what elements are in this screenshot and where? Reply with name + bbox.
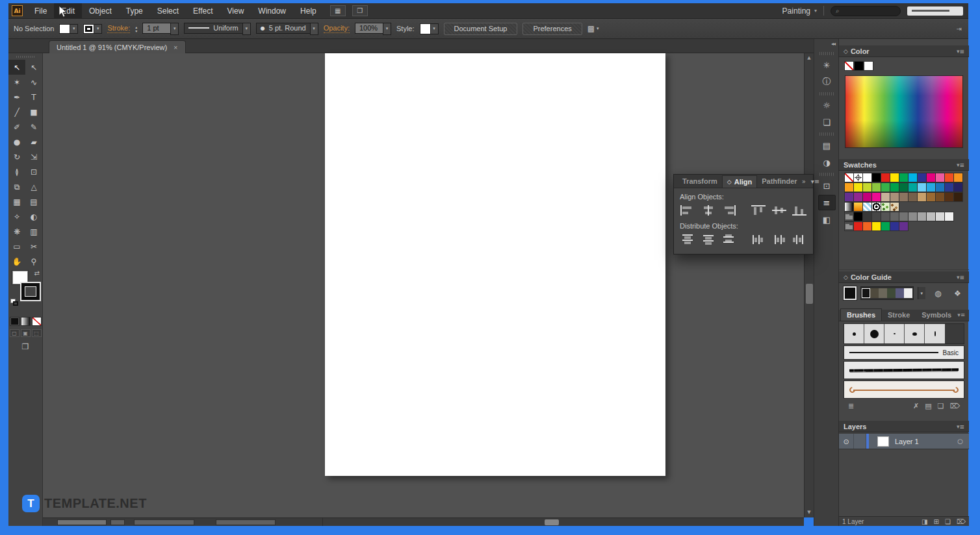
color-guide-swatch[interactable] (904, 288, 912, 298)
rectangle-tool[interactable]: ■ (25, 105, 42, 119)
gradient-tool[interactable]: ▤ (25, 194, 42, 209)
swatch-folder[interactable] (845, 212, 853, 221)
color-swatch[interactable] (881, 222, 890, 230)
default-fill-stroke-icon[interactable] (10, 299, 19, 306)
color-swatch[interactable] (899, 212, 908, 221)
opacity-field[interactable]: 100% (355, 23, 383, 34)
stroke-proxy[interactable] (21, 283, 40, 300)
color-swatch[interactable] (945, 183, 953, 192)
appearance-panel-icon[interactable]: ☼ (818, 97, 836, 113)
layer-target-icon[interactable]: ○ (957, 438, 963, 445)
tab-brushes[interactable]: Brushes (840, 308, 882, 321)
color-swatch[interactable] (845, 183, 853, 192)
color-swatch[interactable] (890, 173, 899, 182)
scale-tool[interactable]: ⇲ (25, 149, 42, 164)
make-clipping-mask-icon[interactable]: ◨ (922, 518, 927, 525)
swatch-p1[interactable] (863, 203, 871, 211)
none-mode-button[interactable] (32, 317, 42, 326)
color-guide-swatch[interactable] (870, 288, 879, 298)
vertical-distribute-bottom-button[interactable] (721, 233, 736, 246)
color-swatch[interactable] (954, 183, 962, 192)
blend-tool[interactable]: ◐ (25, 209, 42, 224)
preferences-button[interactable]: Preferences (522, 23, 582, 35)
arrange-documents-icon[interactable]: ❐ (352, 5, 368, 16)
expand-panel-icon[interactable]: » (802, 178, 806, 185)
stroke-weight-dropdown[interactable]: ▾ (170, 23, 179, 35)
color-swatch[interactable] (863, 222, 871, 230)
swatch-p3[interactable] (890, 203, 899, 211)
panel-menu-icon[interactable]: ▾≡ (957, 162, 964, 168)
column-graph-tool[interactable]: ▥ (25, 224, 42, 239)
artboard-nav-arrows[interactable] (216, 519, 276, 525)
color-swatch[interactable] (872, 212, 881, 221)
layer-thumbnail[interactable] (877, 436, 889, 447)
color-swatch[interactable] (918, 193, 926, 201)
new-layer-icon[interactable]: ❏ (945, 518, 951, 525)
swatch-none[interactable] (845, 62, 853, 70)
vertical-align-top-button[interactable] (751, 204, 766, 217)
menu-type[interactable]: Type (119, 3, 150, 18)
tab-symbols[interactable]: Symbols (916, 309, 957, 321)
menu-file[interactable]: File (27, 3, 54, 18)
blob-brush-tool[interactable]: ● (8, 134, 25, 149)
menu-select[interactable]: Select (150, 3, 186, 18)
gradient-mode-button[interactable] (21, 317, 31, 326)
color-swatch[interactable] (899, 193, 908, 201)
direct-selection-tool[interactable]: ↖ (25, 60, 42, 75)
lasso-tool[interactable]: ∿ (25, 75, 42, 90)
recolor-artwork-button[interactable]: ▩ ▾ (587, 24, 599, 33)
document-tab[interactable]: Untitled 1 @ 91% (CMYK/Preview) × (49, 40, 186, 53)
free-transform-tool[interactable]: ⊡ (25, 164, 42, 179)
color-swatch[interactable] (909, 183, 917, 192)
graphic-styles-panel-icon[interactable]: ❏ (818, 114, 836, 130)
control-bar-menu-icon[interactable]: ⇥ (957, 25, 963, 32)
tab-transform[interactable]: Transform (678, 175, 722, 187)
vertical-scrollbar[interactable]: ▲ ▼ (804, 53, 814, 517)
color-swatch[interactable] (945, 193, 953, 201)
base-color-swatch[interactable] (844, 286, 857, 300)
draw-behind-button[interactable]: ▣ (21, 329, 31, 337)
color-swatch[interactable] (936, 193, 944, 201)
color-swatch[interactable] (881, 173, 890, 182)
color-swatch[interactable] (872, 173, 881, 182)
color-swatch[interactable] (927, 183, 935, 192)
scroll-down-icon[interactable]: ▼ (805, 508, 814, 517)
swatch-g2[interactable] (854, 203, 862, 211)
brush-definition-dropdown[interactable]: ▾ (310, 23, 318, 35)
color-swatch[interactable] (854, 222, 862, 230)
color-swatch[interactable] (845, 193, 853, 201)
style-swatch[interactable] (420, 23, 431, 34)
shape-builder-tool[interactable]: ⧉ (8, 179, 25, 194)
type-tool[interactable]: T (25, 90, 42, 105)
calligraphic-brush[interactable] (925, 324, 945, 343)
bridge-icon[interactable]: ▦ (330, 5, 346, 16)
color-swatch[interactable] (854, 193, 862, 201)
remove-brush-stroke-icon[interactable]: ✗ (913, 402, 919, 410)
calligraphic-brush[interactable] (905, 324, 925, 343)
color-swatch[interactable] (881, 183, 890, 192)
swatch-folder[interactable] (845, 222, 853, 230)
lock-toggle-cell[interactable] (854, 434, 866, 449)
color-swatch[interactable] (863, 183, 871, 192)
color-swatch[interactable] (890, 183, 899, 192)
color-swatch[interactable] (945, 212, 953, 221)
swatch-g1[interactable] (845, 203, 853, 211)
collapse-panels-icon[interactable]: ◂◂ (831, 41, 835, 47)
color-swatch[interactable] (909, 173, 917, 182)
vertical-distribute-top-button[interactable] (680, 233, 695, 246)
perspective-grid-tool[interactable]: △ (25, 179, 42, 194)
opacity-panel-link[interactable]: Opacity: (324, 24, 350, 33)
draw-inside-button[interactable]: ⬚ (32, 329, 42, 337)
vertical-distribute-center-button[interactable] (701, 233, 716, 246)
eraser-tool[interactable]: ▰ (25, 134, 42, 149)
visibility-eye-icon[interactable]: ⊙ (839, 434, 854, 449)
color-swatch[interactable] (936, 183, 944, 192)
color-swatch[interactable] (909, 193, 917, 201)
color-swatch[interactable] (872, 183, 881, 192)
horizontal-align-center-button[interactable] (701, 204, 716, 217)
horizontal-distribute-center-button[interactable] (771, 233, 787, 246)
color-swatch[interactable] (863, 173, 871, 182)
search-input[interactable]: ⌕ (831, 6, 901, 16)
menu-edit[interactable]: Edit (54, 3, 82, 18)
brush-libraries-icon[interactable]: ≣ (848, 402, 854, 410)
